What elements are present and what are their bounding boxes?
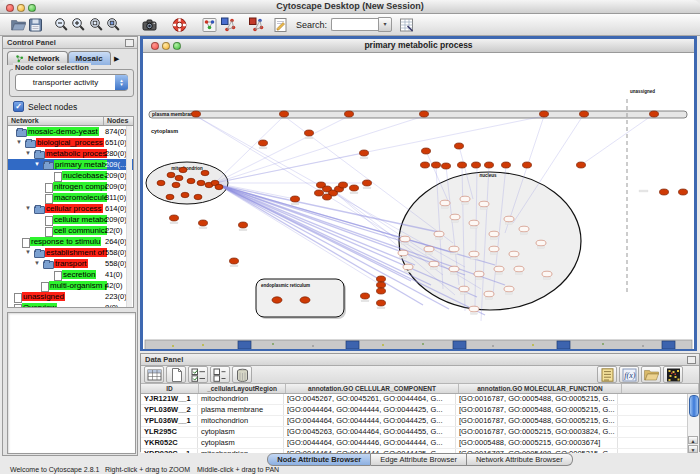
- network-node[interactable]: [339, 182, 348, 188]
- formula-button[interactable]: f(x): [619, 366, 639, 383]
- tree-row-biological-process[interactable]: ▼biological_process651(0): [8, 137, 133, 148]
- table-row[interactable]: YKR052Ccytoplasm[GO:0044464, GO:0044446,…: [141, 438, 699, 449]
- layout-red-button[interactable]: [248, 17, 265, 33]
- save-session-button[interactable]: [27, 17, 44, 33]
- network-node[interactable]: [679, 189, 688, 195]
- minimize-window-icon[interactable]: [17, 4, 25, 12]
- table-row[interactable]: YPL036W__2plasma membrane[GO:0044464, GO…: [141, 405, 699, 416]
- network-node[interactable]: [474, 271, 484, 277]
- window-controls[interactable]: [6, 4, 36, 12]
- zoom-fit-button[interactable]: [88, 17, 105, 33]
- unselect-attributes-button[interactable]: [210, 366, 230, 383]
- network-view-titlebar[interactable]: primary metabolic process: [143, 39, 694, 53]
- network-node[interactable]: [239, 222, 248, 228]
- network-node[interactable]: [300, 297, 310, 303]
- network-node[interactable]: [377, 288, 386, 294]
- search-input[interactable]: [331, 18, 378, 31]
- vizmapper-button[interactable]: [201, 17, 218, 33]
- expand-arrow-icon[interactable]: ▼: [25, 205, 31, 212]
- network-node[interactable]: [469, 306, 479, 312]
- network-node[interactable]: [449, 266, 459, 272]
- tree-row-establishment-of-lo[interactable]: ▼establishment of lo558(0): [8, 247, 133, 258]
- table-row[interactable]: YJR121W__1mitochondrion[GO:0045267, GO:0…: [141, 394, 699, 405]
- expand-arrow-icon[interactable]: ▼: [25, 150, 31, 157]
- network-node[interactable]: [432, 162, 441, 168]
- network-node[interactable]: [363, 180, 372, 186]
- network-node[interactable]: [509, 251, 519, 257]
- network-node[interactable]: [504, 286, 514, 292]
- strip-node[interactable]: [346, 341, 359, 349]
- tree-column-nodes[interactable]: Nodes: [104, 117, 128, 125]
- tab-overflow-arrow-icon[interactable]: ▶: [111, 52, 123, 65]
- network-node[interactable]: [272, 297, 282, 303]
- network-node[interactable]: [514, 266, 524, 272]
- network-node[interactable]: [305, 130, 314, 136]
- zoom-window-icon[interactable]: [28, 4, 36, 12]
- table-scrollbar[interactable]: ▲ ▼: [687, 394, 699, 453]
- network-node[interactable]: [199, 220, 208, 226]
- network-node[interactable]: [361, 293, 370, 299]
- node-color-select[interactable]: transporter activity ▲▼: [15, 74, 128, 91]
- help-button[interactable]: [171, 17, 188, 33]
- network-node[interactable]: [489, 246, 499, 252]
- tree-row-cellular-metabo[interactable]: cellular metabo209(0): [8, 214, 133, 225]
- matrix-button[interactable]: [663, 366, 683, 383]
- tree-row-metabolic-process[interactable]: ▼metabolic process280(0): [8, 148, 133, 159]
- network-node[interactable]: [523, 162, 532, 168]
- network-node[interactable]: [323, 194, 332, 200]
- snapshot-button[interactable]: [141, 17, 158, 33]
- network-node[interactable]: [502, 162, 511, 168]
- close-view-icon[interactable]: [151, 42, 159, 50]
- select-attributes-button[interactable]: [188, 366, 208, 383]
- expand-arrow-icon[interactable]: ▼: [34, 161, 40, 168]
- new-attribute-button[interactable]: [166, 366, 186, 383]
- network-node[interactable]: [420, 111, 429, 117]
- minimize-view-icon[interactable]: [162, 42, 170, 50]
- strip-node[interactable]: [662, 341, 675, 349]
- network-node[interactable]: [449, 246, 459, 252]
- network-node[interactable]: [424, 246, 434, 252]
- network-node[interactable]: [450, 214, 460, 220]
- network-node[interactable]: [192, 111, 201, 117]
- network-node[interactable]: [440, 200, 450, 206]
- network-node[interactable]: [377, 300, 386, 306]
- network-node[interactable]: [230, 258, 239, 264]
- open-network-button[interactable]: [10, 17, 27, 33]
- network-node[interactable]: [536, 240, 546, 246]
- network-node[interactable]: [542, 271, 552, 277]
- tree-row-nucleobase-c[interactable]: nucleobase-c209(0): [8, 170, 133, 181]
- network-node[interactable]: [350, 185, 359, 191]
- column-header[interactable]: annotation.GO MOLECULAR_FUNCTION: [459, 384, 622, 393]
- network-node[interactable]: [377, 276, 386, 282]
- network-node[interactable]: [469, 251, 479, 257]
- network-node[interactable]: [400, 236, 410, 242]
- tree-row-transport[interactable]: ▼transport558(0): [8, 258, 133, 269]
- zoom-out-button[interactable]: [53, 17, 70, 33]
- network-node[interactable]: [479, 201, 489, 207]
- network-canvas[interactable]: plasma membranecytoplasmmitochondrionnuc…: [143, 53, 694, 349]
- network-node[interactable]: [421, 162, 430, 168]
- network-node[interactable]: [577, 162, 586, 168]
- network-node[interactable]: [484, 291, 494, 297]
- network-node[interactable]: [489, 231, 499, 237]
- zoom-view-icon[interactable]: [173, 42, 181, 50]
- network-node[interactable]: [215, 184, 223, 189]
- expand-arrow-icon[interactable]: ▼: [34, 260, 40, 267]
- network-node[interactable]: [403, 264, 413, 270]
- table-row[interactable]: YPL036W__1mitochondrion[GO:0044464, GO:0…: [141, 416, 699, 427]
- network-node[interactable]: [377, 282, 386, 288]
- tree-row-mosaic-demo-yeast[interactable]: mosaic-demo-yeast874(0): [8, 126, 133, 137]
- network-node[interactable]: [280, 111, 289, 117]
- float-panel-icon[interactable]: [125, 39, 134, 47]
- network-node[interactable]: [422, 148, 431, 154]
- tree-row-nitrogen-compo[interactable]: nitrogen compo209(0): [8, 181, 133, 192]
- tree-row-response-to-stimulu[interactable]: response to stimulu264(0): [8, 236, 133, 247]
- search-dropdown-arrow-icon[interactable]: ▾: [378, 17, 392, 32]
- network-node[interactable]: [580, 111, 589, 117]
- strip-node[interactable]: [557, 341, 570, 349]
- network-node[interactable]: [175, 175, 183, 180]
- layout-blue-button[interactable]: [220, 17, 237, 33]
- tree-row-overview[interactable]: Overview8(0): [8, 302, 133, 308]
- strip-node[interactable]: [238, 341, 251, 349]
- scroll-down-icon[interactable]: ▼: [688, 445, 698, 453]
